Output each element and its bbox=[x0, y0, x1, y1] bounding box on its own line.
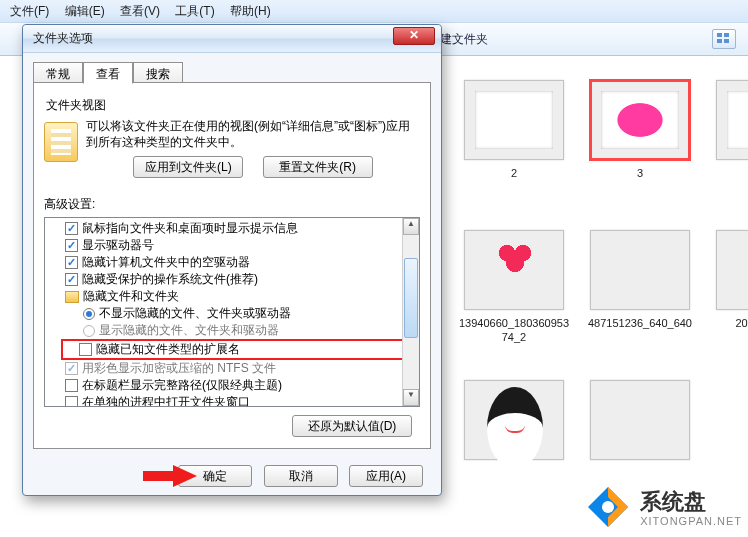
tree-item[interactable]: 在单独的进程中打开文件夹窗口 bbox=[65, 394, 419, 407]
annotation-arrow-icon bbox=[141, 465, 197, 487]
apply-button[interactable]: 应用(A) bbox=[349, 465, 423, 487]
thumbnail-item[interactable]: 487151236_640_640 bbox=[580, 230, 700, 330]
svg-rect-3 bbox=[724, 39, 729, 43]
thumbnail-item[interactable]: 3 bbox=[580, 80, 700, 180]
toolbar-new-folder[interactable]: 建文件夹 bbox=[440, 31, 488, 48]
thumbnail-image bbox=[716, 230, 748, 310]
scrollbar[interactable]: ▲ ▼ bbox=[402, 218, 419, 406]
reset-folders-button[interactable]: 重置文件夹(R) bbox=[263, 156, 373, 178]
thumbnail-image bbox=[590, 380, 690, 460]
tab-general[interactable]: 常规 bbox=[33, 62, 83, 84]
tree-item[interactable]: 显示隐藏的文件、文件夹和驱动器 bbox=[83, 322, 419, 339]
tree-item-label: 隐藏已知文件类型的扩展名 bbox=[96, 341, 240, 358]
tabstrip: 常规查看搜索 bbox=[33, 61, 431, 83]
tree-item[interactable]: 隐藏计算机文件夹中的空驱动器 bbox=[65, 254, 419, 271]
tree-item-label: 在标题栏显示完整路径(仅限经典主题) bbox=[82, 377, 282, 394]
thumbnail-item[interactable]: 20126_sLBJ bbox=[706, 230, 748, 330]
checkbox-icon[interactable] bbox=[65, 362, 78, 375]
tree-item-label: 显示驱动器号 bbox=[82, 237, 154, 254]
tree-item-label: 隐藏计算机文件夹中的空驱动器 bbox=[82, 254, 250, 271]
checkbox-icon[interactable] bbox=[65, 222, 78, 235]
menu-help[interactable]: 帮助(H) bbox=[230, 4, 271, 18]
folder-view-icon bbox=[44, 122, 78, 162]
thumbnail-item[interactable]: 2 bbox=[454, 80, 574, 180]
dialog-title: 文件夹选项 bbox=[33, 30, 93, 47]
menu-edit[interactable]: 编辑(E) bbox=[65, 4, 105, 18]
scroll-down-icon[interactable]: ▼ bbox=[403, 389, 419, 406]
view-mode-icon[interactable] bbox=[712, 29, 736, 49]
thumbnail-image bbox=[590, 230, 690, 310]
tab-search[interactable]: 搜索 bbox=[133, 62, 183, 84]
radio-icon[interactable] bbox=[83, 308, 95, 320]
thumbnail-item[interactable] bbox=[580, 380, 700, 466]
thumbnail-item[interactable]: 13940660_18036095374_2 bbox=[454, 230, 574, 344]
annotation-highlight: 隐藏已知文件类型的扩展名 bbox=[61, 339, 419, 360]
tree-item-label: 隐藏受保护的操作系统文件(推荐) bbox=[82, 271, 258, 288]
thumbnail-caption: 487151236_640_640 bbox=[580, 316, 700, 330]
thumbnail-image bbox=[716, 80, 748, 160]
tree-item-label: 显示隐藏的文件、文件夹和驱动器 bbox=[99, 322, 279, 339]
thumbnails-area: 2 3 13940660_18036095374_2 487151236_640… bbox=[448, 80, 748, 537]
svg-point-8 bbox=[602, 501, 614, 513]
folder-icon bbox=[65, 291, 79, 303]
menu-view[interactable]: 查看(V) bbox=[120, 4, 160, 18]
advanced-settings-label: 高级设置: bbox=[44, 196, 420, 213]
tab-page-view: 文件夹视图 可以将该文件夹正在使用的视图(例如“详细信息”或“图标”)应用到所有… bbox=[33, 82, 431, 449]
dialog-titlebar[interactable]: 文件夹选项 ✕ bbox=[23, 25, 441, 53]
thumbnail-caption: 3 bbox=[580, 166, 700, 180]
checkbox-icon[interactable] bbox=[65, 379, 78, 392]
svg-rect-2 bbox=[717, 39, 722, 43]
checkbox-icon[interactable] bbox=[65, 396, 78, 407]
checkbox-icon[interactable] bbox=[65, 256, 78, 269]
cancel-button[interactable]: 取消 bbox=[264, 465, 338, 487]
thumbnail-image bbox=[464, 230, 564, 310]
thumbnail-caption: 20126_sLBJ bbox=[706, 316, 748, 330]
folder-view-group-label: 文件夹视图 bbox=[46, 97, 420, 114]
advanced-settings-tree[interactable]: 鼠标指向文件夹和桌面项时显示提示信息显示驱动器号隐藏计算机文件夹中的空驱动器隐藏… bbox=[44, 217, 420, 407]
logo-brand: 系统盘 bbox=[640, 489, 706, 514]
thumbnail-item[interactable] bbox=[454, 380, 574, 466]
watermark-logo: 系统盘 XITONGPAN.NET bbox=[584, 483, 742, 531]
tree-item[interactable]: 隐藏受保护的操作系统文件(推荐) bbox=[65, 271, 419, 288]
menu-tools[interactable]: 工具(T) bbox=[175, 4, 214, 18]
scroll-thumb[interactable] bbox=[404, 258, 418, 338]
tree-item[interactable]: 鼠标指向文件夹和桌面项时显示提示信息 bbox=[65, 220, 419, 237]
tab-view[interactable]: 查看 bbox=[83, 62, 133, 84]
svg-rect-0 bbox=[717, 33, 722, 37]
svg-rect-4 bbox=[143, 471, 173, 481]
logo-icon bbox=[584, 483, 632, 531]
dialog-footer: 确定 取消 应用(A) bbox=[23, 465, 441, 487]
parent-menubar[interactable]: 文件(F) 编辑(E) 查看(V) 工具(T) 帮助(H) bbox=[0, 0, 748, 22]
tree-item-label: 隐藏文件和文件夹 bbox=[83, 288, 179, 305]
tree-item-label: 用彩色显示加密或压缩的 NTFS 文件 bbox=[82, 360, 276, 377]
tree-item[interactable]: 不显示隐藏的文件、文件夹或驱动器 bbox=[83, 305, 419, 322]
checkbox-icon[interactable] bbox=[65, 239, 78, 252]
menu-file[interactable]: 文件(F) bbox=[10, 4, 49, 18]
thumbnail-item[interactable] bbox=[706, 80, 748, 166]
restore-defaults-button[interactable]: 还原为默认值(D) bbox=[292, 415, 412, 437]
close-button[interactable]: ✕ bbox=[393, 27, 435, 45]
svg-marker-5 bbox=[173, 465, 197, 487]
tree-item[interactable]: 隐藏已知文件类型的扩展名 bbox=[79, 341, 415, 358]
tree-item[interactable]: 显示驱动器号 bbox=[65, 237, 419, 254]
radio-icon[interactable] bbox=[83, 325, 95, 337]
thumbnail-image bbox=[464, 380, 564, 460]
folder-options-dialog: 文件夹选项 ✕ 常规查看搜索 文件夹视图 可以将该文件夹正在使用的视图(例如“详… bbox=[22, 24, 442, 496]
thumbnail-caption: 2 bbox=[454, 166, 574, 180]
apply-to-folders-button[interactable]: 应用到文件夹(L) bbox=[133, 156, 243, 178]
scroll-up-icon[interactable]: ▲ bbox=[403, 218, 419, 235]
tree-item[interactable]: 隐藏文件和文件夹 bbox=[65, 288, 419, 305]
thumbnail-image bbox=[590, 80, 690, 160]
folder-view-description: 可以将该文件夹正在使用的视图(例如“详细信息”或“图标”)应用到所有这种类型的文… bbox=[86, 118, 420, 150]
checkbox-icon[interactable] bbox=[65, 273, 78, 286]
svg-rect-1 bbox=[724, 33, 729, 37]
tree-item[interactable]: 用彩色显示加密或压缩的 NTFS 文件 bbox=[65, 360, 419, 377]
tree-item-label: 不显示隐藏的文件、文件夹或驱动器 bbox=[99, 305, 291, 322]
thumbnail-caption: 13940660_18036095374_2 bbox=[454, 316, 574, 344]
tree-item-label: 鼠标指向文件夹和桌面项时显示提示信息 bbox=[82, 220, 298, 237]
tree-item[interactable]: 在标题栏显示完整路径(仅限经典主题) bbox=[65, 377, 419, 394]
checkbox-icon[interactable] bbox=[79, 343, 92, 356]
tree-item-label: 在单独的进程中打开文件夹窗口 bbox=[82, 394, 250, 407]
logo-url: XITONGPAN.NET bbox=[640, 515, 742, 527]
thumbnail-image bbox=[464, 80, 564, 160]
